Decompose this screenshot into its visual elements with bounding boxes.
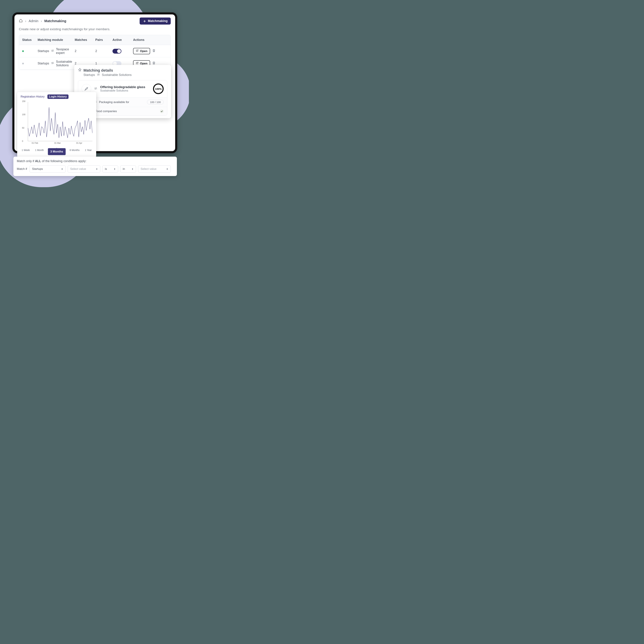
status-dot: [22, 63, 24, 64]
stepper-icon: ▲▼: [61, 168, 63, 170]
module-b: Sustainable Solutions: [56, 60, 75, 67]
match-headline: Offering biodegradable glass: [100, 85, 150, 89]
matches-value: 2: [75, 62, 95, 65]
swap-icon: [51, 49, 54, 53]
popover-title: Matching details: [83, 68, 113, 73]
pairs-value: 2: [95, 49, 112, 53]
col-pairs: Pairs: [95, 38, 112, 42]
select-value-2[interactable]: Select value▲▼: [138, 165, 171, 173]
status-dot: [22, 50, 24, 52]
swap-icon: [51, 62, 54, 65]
active-toggle[interactable]: [112, 49, 121, 54]
plus-icon: ＋: [143, 20, 146, 23]
match-subline: Sustainable Solutions: [100, 89, 150, 92]
open-button[interactable]: Open: [133, 48, 150, 54]
col-module: Matching module: [38, 38, 75, 42]
module-a: Startups: [38, 62, 49, 65]
select-entity[interactable]: Startups▲▼: [30, 165, 66, 173]
range-1year[interactable]: 1 Year: [83, 148, 93, 155]
pin-icon[interactable]: [78, 68, 82, 73]
trash-icon[interactable]: [152, 49, 156, 53]
range-3months[interactable]: 3 Months: [48, 148, 66, 155]
open-label: Open: [140, 62, 147, 65]
check-icon: [160, 109, 164, 113]
popover-sub-b: Sustainable Solutions: [102, 73, 132, 77]
col-status: Status: [22, 38, 38, 42]
module-a: Startups: [38, 49, 49, 53]
matchmaking-table: Status Matching module Matches Pairs Act…: [19, 35, 171, 70]
tab-login-history[interactable]: Login History: [47, 94, 69, 99]
breadcrumb: › Admin › Matchmaking: [19, 19, 66, 23]
range-6months[interactable]: 6 Months: [68, 148, 81, 155]
xtick: 01 Apr: [76, 142, 82, 144]
xtick: 01 Mar: [54, 142, 61, 144]
condition-builder: Match only if ALL of the following condi…: [13, 157, 177, 176]
module-b: Texspace expert: [56, 48, 75, 55]
chevron-right-icon: ›: [41, 19, 42, 23]
col-actions: Actions: [133, 38, 167, 42]
xtick: 01 Feb: [32, 142, 38, 144]
col-active: Active: [112, 38, 133, 42]
external-link-icon: [136, 62, 139, 65]
matches-value: 2: [75, 49, 95, 53]
external-link-icon: [136, 49, 139, 53]
breadcrumb-current: Matchmaking: [44, 19, 66, 23]
score-pill: 100 / 100: [147, 100, 164, 104]
open-label: Open: [140, 49, 147, 53]
new-matchmaking-button[interactable]: ＋ Matchmaking: [140, 18, 171, 25]
page-subtitle: Create new or adjust existing matchmakin…: [14, 25, 175, 35]
range-picker: 1 Week 1 Month 3 Months 6 Months 1 Year: [20, 148, 93, 155]
range-1month[interactable]: 1 Month: [34, 148, 45, 155]
tab-registration-history[interactable]: Registration History: [20, 94, 45, 99]
ytick: 150: [22, 100, 25, 103]
builder-label: Match if: [17, 167, 27, 171]
col-matches: Matches: [75, 38, 95, 42]
criterion-b: Food companies: [95, 110, 117, 113]
stepper-icon: ▲▼: [114, 168, 116, 170]
swap-icon: [94, 87, 97, 91]
stepper-icon: ▲▼: [132, 168, 133, 170]
select-operator-in[interactable]: in▲▼: [120, 165, 136, 173]
popover-sub-a: Startups: [83, 73, 95, 77]
swap-icon: [97, 73, 100, 77]
select-operator-is[interactable]: is▲▼: [102, 165, 118, 173]
range-1week[interactable]: 1 Week: [20, 148, 31, 155]
stepper-icon: ▲▼: [166, 168, 168, 170]
match-score-ring: 100%: [153, 83, 164, 94]
ytick: 50: [22, 127, 24, 129]
table-row: Startups Texspace expert 2 2 Open: [19, 45, 171, 57]
pairs-value: 1: [95, 62, 112, 65]
chevron-right-icon: ›: [25, 19, 26, 23]
new-matchmaking-label: Matchmaking: [148, 19, 168, 23]
select-value-1[interactable]: Select value▲▼: [68, 165, 100, 173]
breadcrumb-admin[interactable]: Admin: [29, 19, 38, 23]
history-chart-card: Registration History Login History 0 50 …: [17, 92, 96, 157]
line-chart: 0 50 100 150 01 Feb 01 Mar 01 Apr: [22, 101, 93, 146]
home-icon[interactable]: [19, 19, 23, 23]
stepper-icon: ▲▼: [96, 168, 98, 170]
ytick: 0: [22, 140, 23, 142]
criterion-b: Packaging available for: [99, 100, 129, 104]
builder-heading: Match only if ALL of the following condi…: [17, 159, 173, 163]
ytick: 100: [22, 113, 25, 116]
